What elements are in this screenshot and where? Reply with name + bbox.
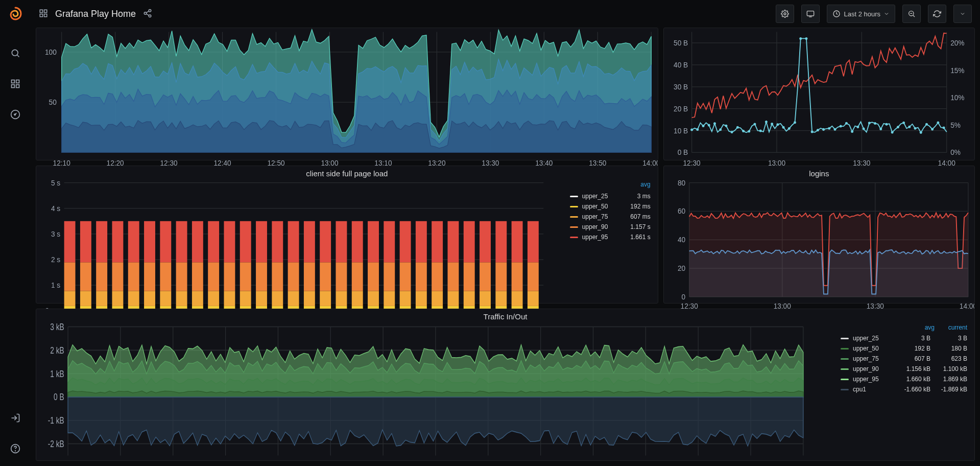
svg-rect-281 — [480, 291, 491, 306]
legend-item[interactable]: upper_901.157 s — [567, 222, 654, 232]
svg-rect-282 — [480, 262, 491, 291]
svg-rect-211 — [256, 291, 267, 306]
svg-point-98 — [794, 121, 796, 124]
legend-item[interactable]: upper_951.660 kB1.869 kB — [838, 374, 970, 384]
svg-text:100: 100 — [45, 49, 57, 56]
svg-point-104 — [828, 127, 830, 130]
svg-rect-291 — [512, 291, 523, 306]
svg-rect-193 — [192, 221, 203, 263]
svg-text:10 B: 10 B — [674, 127, 688, 134]
svg-point-124 — [942, 127, 945, 129]
svg-point-83 — [707, 124, 710, 127]
tv-mode-button[interactable] — [801, 5, 820, 23]
svg-text:2 kB: 2 kB — [50, 345, 64, 355]
svg-rect-253 — [384, 221, 395, 263]
svg-rect-287 — [495, 262, 507, 291]
svg-rect-201 — [224, 291, 235, 306]
chart-traffic[interactable]: -2 kB-1 kB0 B1 kB2 kB3 kB — [36, 322, 974, 460]
legend-item[interactable]: cpu1-1.660 kB-1.869 kB — [838, 384, 970, 394]
svg-point-110 — [862, 128, 865, 130]
svg-rect-233 — [320, 221, 331, 263]
svg-point-94 — [771, 123, 773, 125]
signin-icon[interactable] — [5, 408, 26, 428]
svg-rect-232 — [320, 262, 331, 291]
svg-text:40 B: 40 B — [674, 61, 688, 69]
svg-rect-217 — [272, 262, 283, 291]
svg-text:5%: 5% — [950, 122, 961, 129]
svg-text:-1 kB: -1 kB — [48, 415, 64, 425]
svg-rect-293 — [512, 221, 523, 263]
svg-point-123 — [937, 122, 939, 124]
app-sidebar — [0, 0, 31, 466]
legend-item[interactable]: upper_50192 B180 B — [838, 343, 970, 354]
svg-rect-157 — [80, 262, 91, 291]
svg-point-85 — [719, 128, 722, 131]
svg-text:3 kB: 3 kB — [50, 322, 64, 332]
svg-point-16 — [144, 12, 147, 14]
refresh-interval-button[interactable] — [953, 5, 972, 23]
explore-icon[interactable] — [5, 104, 26, 125]
svg-rect-13 — [40, 14, 42, 16]
legend-item[interactable]: upper_75607 ms — [567, 212, 654, 222]
svg-rect-222 — [288, 262, 299, 291]
svg-rect-283 — [480, 221, 491, 263]
legend-item[interactable]: upper_75607 B623 B — [838, 354, 970, 364]
svg-text:40: 40 — [678, 236, 686, 244]
svg-point-115 — [891, 131, 893, 134]
chart-logins[interactable]: 02040608012:3013:0013:3014:00 — [664, 179, 974, 314]
zoom-out-button[interactable] — [902, 5, 921, 23]
legend-header-avg: avg — [902, 324, 935, 331]
svg-point-91 — [753, 123, 756, 125]
panel-title: logins — [664, 166, 974, 179]
svg-text:20%: 20% — [950, 39, 964, 47]
search-icon[interactable] — [5, 43, 26, 63]
svg-point-99 — [799, 37, 802, 40]
svg-point-93 — [765, 121, 768, 123]
panel-memcpu: 0 B10 B20 B30 B40 B50 B0%5%10%15%20%12:3… — [663, 28, 975, 160]
grafana-logo[interactable] — [7, 6, 23, 22]
svg-rect-278 — [464, 221, 475, 263]
svg-rect-168 — [112, 221, 123, 263]
svg-rect-257 — [400, 262, 411, 291]
svg-marker-7 — [14, 113, 17, 116]
svg-point-100 — [805, 37, 807, 40]
dashboards-icon[interactable] — [5, 74, 26, 94]
time-range-picker[interactable]: Last 2 hours — [827, 5, 895, 23]
chart-memcpu[interactable]: 0 B10 B20 B30 B40 B50 B0%5%10%15%20%12:3… — [664, 28, 974, 172]
svg-rect-192 — [192, 262, 203, 291]
chart-pageload[interactable]: 0 ms1 s2 s3 s4 s5 s12:1012:2012:3012:401… — [36, 179, 658, 330]
svg-rect-181 — [160, 291, 171, 306]
refresh-button[interactable] — [928, 5, 946, 23]
help-icon[interactable] — [5, 438, 26, 459]
svg-line-18 — [146, 11, 149, 12]
share-icon[interactable] — [143, 9, 152, 19]
settings-button[interactable] — [776, 5, 794, 23]
svg-point-90 — [748, 130, 750, 132]
legend-item[interactable]: upper_901.156 kB1.100 kB — [838, 364, 970, 374]
svg-point-116 — [897, 126, 899, 128]
legend-item[interactable]: upper_253 ms — [567, 191, 654, 201]
svg-text:3 s: 3 s — [51, 230, 60, 238]
svg-rect-227 — [304, 262, 315, 291]
chart-servers[interactable]: 5010012:1012:2012:3012:4012:5013:0013:10… — [36, 28, 658, 172]
svg-point-114 — [885, 123, 888, 126]
svg-point-108 — [851, 130, 853, 133]
svg-rect-248 — [368, 221, 379, 263]
svg-rect-263 — [416, 221, 427, 263]
legend-header: avg — [567, 179, 654, 191]
svg-rect-158 — [80, 221, 91, 263]
svg-point-111 — [868, 122, 870, 124]
svg-point-10 — [15, 451, 16, 451]
svg-point-92 — [759, 130, 761, 132]
svg-rect-292 — [512, 262, 523, 291]
svg-rect-12 — [44, 10, 47, 12]
svg-point-17 — [149, 15, 151, 17]
legend-item[interactable]: upper_50192 ms — [567, 201, 654, 212]
svg-rect-213 — [256, 221, 267, 263]
svg-rect-266 — [432, 291, 443, 306]
legend-item[interactable]: upper_253 B3 B — [838, 333, 970, 343]
svg-rect-196 — [208, 291, 219, 306]
svg-line-1 — [17, 55, 19, 57]
legend-item[interactable]: upper_951.661 s — [567, 232, 654, 242]
svg-text:50 B: 50 B — [674, 39, 688, 47]
